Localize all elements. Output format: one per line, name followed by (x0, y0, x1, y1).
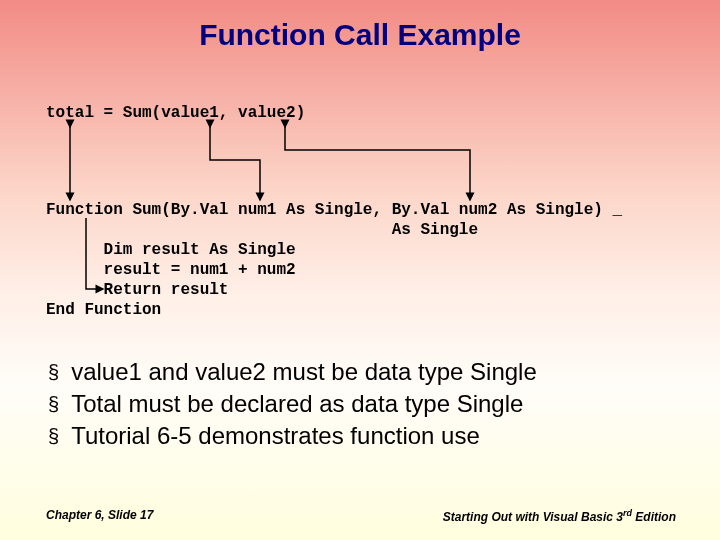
footer-right: Starting Out with Visual Basic 3rd Editi… (443, 508, 676, 524)
code-body-2: result = num1 + num2 (46, 261, 296, 279)
slide-footer: Chapter 6, Slide 17 Starting Out with Vi… (46, 508, 676, 524)
code-body-1: Dim result As Single (46, 241, 296, 259)
code-func-decl-1: Function Sum(By.Val num1 As Single, By.V… (46, 201, 622, 219)
code-body-3: Return result (46, 281, 228, 299)
bullet-item: § Total must be declared as data type Si… (48, 390, 680, 418)
bullet-marker: § (48, 422, 59, 450)
footer-left: Chapter 6, Slide 17 (46, 508, 153, 524)
footer-right-sup: rd (623, 508, 632, 518)
bullet-text: value1 and value2 must be data type Sing… (71, 358, 537, 386)
slide: Function Call Example total = Sum(value1… (0, 0, 720, 540)
bullet-text: Tutorial 6-5 demonstrates function use (71, 422, 480, 450)
bullet-item: § Tutorial 6-5 demonstrates function use (48, 422, 680, 450)
footer-right-prefix: Starting Out with Visual Basic 3 (443, 510, 623, 524)
code-func-decl-2: As Single (46, 221, 478, 239)
bullet-marker: § (48, 390, 59, 418)
bullet-list: § value1 and value2 must be data type Si… (48, 358, 680, 454)
bullet-marker: § (48, 358, 59, 386)
bullet-text: Total must be declared as data type Sing… (71, 390, 523, 418)
bullet-item: § value1 and value2 must be data type Si… (48, 358, 680, 386)
code-function-block: Function Sum(By.Val num1 As Single, By.V… (46, 200, 622, 320)
code-end-function: End Function (46, 301, 161, 319)
footer-right-suffix: Edition (632, 510, 676, 524)
